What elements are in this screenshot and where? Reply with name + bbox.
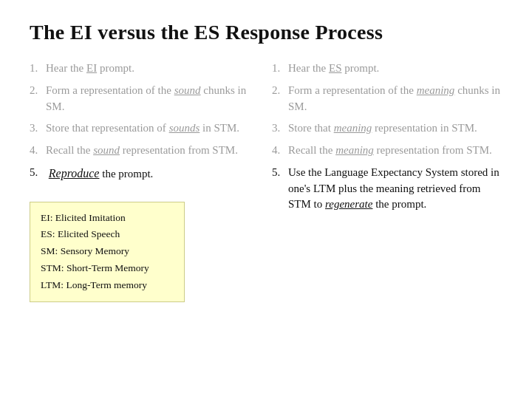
list-num: 1.	[30, 61, 46, 77]
list-num: 4.	[30, 143, 46, 159]
link-meaning3: meaning	[335, 144, 374, 156]
list-item-5-right: 5. Use the Language Expectancy System st…	[272, 165, 502, 213]
right-list: 1. Hear the ES prompt. 2. Form a represe…	[272, 61, 502, 213]
list-text: Form a representation of the meaning chu…	[288, 83, 502, 115]
list-num: 4.	[272, 143, 288, 159]
legend-line-1: EI: Elicited Imitation	[41, 210, 174, 227]
list-text: Store that meaning representation in STM…	[288, 120, 477, 137]
content-columns: 1. Hear the EI prompt. 2. Form a represe…	[30, 61, 502, 302]
right-column: 1. Hear the ES prompt. 2. Form a represe…	[272, 61, 502, 219]
page-title: The EI versus the ES Response Process	[30, 21, 502, 44]
list-text: Hear the ES prompt.	[288, 61, 379, 77]
page: The EI versus the ES Response Process 1.…	[0, 0, 532, 317]
list-text: Reproduce the prompt.	[46, 165, 153, 183]
link-sound2: sound	[93, 144, 120, 156]
list-num: 1.	[272, 61, 288, 77]
left-list: 1. Hear the EI prompt. 2. Form a represe…	[30, 61, 260, 183]
legend-line-5: LTM: Long-Term memory	[41, 277, 174, 294]
link-meaning2: meaning	[334, 122, 372, 134]
legend-line-3: SM: Sensory Memory	[41, 243, 174, 260]
list-item: 4. Recall the meaning representation fro…	[272, 143, 502, 159]
link-EI: EI	[86, 62, 97, 74]
list-item: 1. Hear the ES prompt.	[272, 61, 502, 77]
list-text: Recall the meaning representation from S…	[288, 143, 492, 159]
list-text: Use the Language Expectancy System store…	[288, 165, 502, 213]
list-item: 2. Form a representation of the sound ch…	[30, 83, 260, 115]
link-reproduce: Reproduce	[49, 167, 100, 180]
list-item: 3. Store that representation of sounds i…	[30, 120, 260, 137]
link-regenerate: regenerate	[325, 198, 372, 210]
list-num: 3.	[272, 120, 288, 137]
list-num: 3.	[30, 120, 46, 137]
list-item: 3. Store that meaning representation in …	[272, 120, 502, 137]
legend-line-4: STM: Short-Term Memory	[41, 260, 174, 277]
left-column: 1. Hear the EI prompt. 2. Form a represe…	[30, 61, 272, 302]
link-ES: ES	[329, 62, 342, 74]
list-num: 5.	[30, 165, 46, 181]
list-item-5: 5. Reproduce the prompt.	[30, 165, 260, 183]
list-text: Form a representation of the sound chunk…	[46, 83, 260, 115]
legend-box: EI: Elicited Imitation ES: Elicited Spee…	[30, 202, 185, 303]
link-sounds: sounds	[169, 122, 200, 134]
list-text: Hear the EI prompt.	[46, 61, 134, 77]
list-item: 1. Hear the EI prompt.	[30, 61, 260, 77]
list-text: Recall the sound representation from STM…	[46, 143, 238, 159]
list-num: 2.	[272, 83, 288, 99]
link-sound: sound	[174, 84, 201, 96]
list-item: 4. Recall the sound representation from …	[30, 143, 260, 159]
legend-line-2: ES: Elicited Speech	[41, 226, 174, 243]
list-item: 2. Form a representation of the meaning …	[272, 83, 502, 115]
list-num: 5.	[272, 165, 288, 181]
link-meaning: meaning	[417, 84, 455, 96]
list-text: Store that representation of sounds in S…	[46, 120, 239, 137]
list-num: 2.	[30, 83, 46, 99]
